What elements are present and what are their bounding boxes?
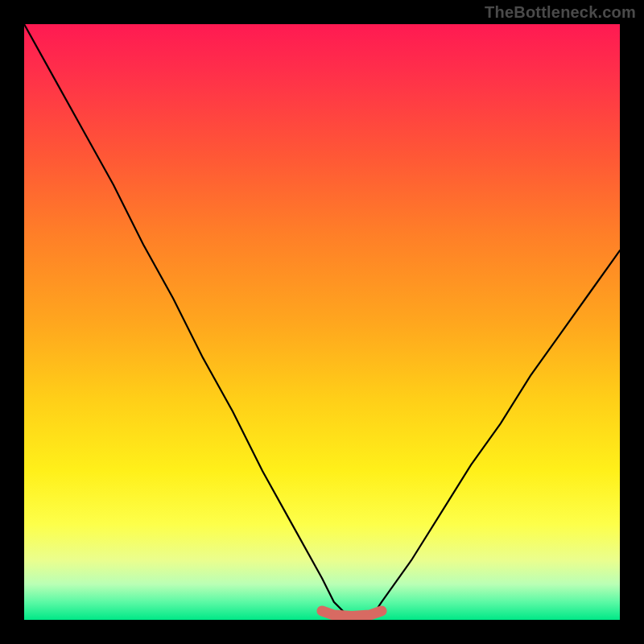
bottleneck-curve-line [24, 24, 620, 620]
watermark-text: TheBottleneck.com [485, 3, 636, 22]
chart-frame: TheBottleneck.com [0, 0, 644, 644]
plot-area [24, 24, 620, 620]
optimal-band-marker [322, 611, 382, 617]
bottleneck-chart-svg [24, 24, 620, 620]
